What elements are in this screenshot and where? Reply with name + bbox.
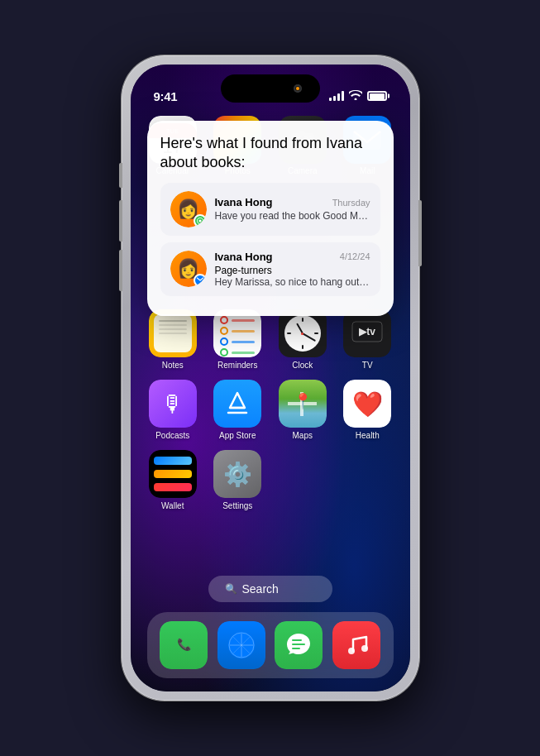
wifi-icon bbox=[349, 89, 362, 103]
safari-icon[interactable] bbox=[217, 621, 265, 669]
signal-icon bbox=[329, 91, 344, 101]
health-icon[interactable]: ❤️ bbox=[343, 380, 391, 428]
volume-up-button[interactable] bbox=[119, 200, 122, 242]
battery-icon bbox=[367, 91, 387, 101]
app-notes[interactable]: Notes bbox=[145, 309, 201, 370]
phone-screen: 9:41 Here's what I f bbox=[131, 65, 410, 691]
reminders-label: Reminders bbox=[217, 361, 257, 370]
svg-point-19 bbox=[348, 648, 355, 654]
sender-name-2: Ivana Hong bbox=[215, 251, 273, 263]
app-grid: Notes bbox=[131, 304, 410, 515]
avatar-2: 👩 bbox=[170, 251, 207, 287]
phone-frame: 9:41 Here's what I f bbox=[122, 55, 419, 701]
app-settings[interactable]: ⚙️ Settings bbox=[209, 450, 265, 510]
sender-name-1: Ivana Hong bbox=[215, 196, 273, 208]
message-content-1: Ivana Hong Thursday Have you read the bo… bbox=[215, 196, 370, 222]
status-time: 9:41 bbox=[154, 89, 178, 103]
tv-icon[interactable]: ▶tv bbox=[343, 309, 391, 357]
message-content-2: Ivana Hong 4/12/24 Page-turners Hey Mari… bbox=[215, 251, 370, 288]
search-label: Search bbox=[242, 582, 279, 596]
health-label: Health bbox=[356, 431, 380, 440]
appstore-icon[interactable] bbox=[213, 380, 261, 428]
wallet-label: Wallet bbox=[161, 501, 184, 510]
maps-label: Maps bbox=[293, 431, 313, 440]
dynamic-island bbox=[221, 74, 320, 103]
search-icon: 🔍 bbox=[225, 583, 237, 595]
search-bar[interactable]: 🔍 Search bbox=[208, 576, 332, 602]
clock-icon[interactable] bbox=[279, 309, 327, 357]
health-heart-icon: ❤️ bbox=[352, 390, 383, 419]
siri-message-1[interactable]: 👩 Ivana Hong Thursday Have you read the … bbox=[160, 183, 380, 236]
podcasts-icon[interactable]: 🎙 bbox=[149, 380, 197, 428]
power-button[interactable] bbox=[418, 200, 422, 266]
dock-phone[interactable]: 📞 bbox=[155, 621, 212, 669]
clock-label: Clock bbox=[292, 361, 313, 370]
camera-indicator bbox=[294, 84, 302, 93]
dock-music[interactable] bbox=[328, 621, 385, 669]
siri-title: Here's what I found from Ivanaabout book… bbox=[160, 134, 380, 173]
app-tv[interactable]: ▶tv TV bbox=[339, 309, 395, 370]
appstore-label: App Store bbox=[219, 431, 256, 440]
app-appstore[interactable]: App Store bbox=[209, 380, 265, 440]
app-empty-2 bbox=[339, 450, 395, 498]
dock: 📞 bbox=[147, 612, 394, 678]
app-clock[interactable]: Clock bbox=[275, 309, 331, 370]
siri-message-2[interactable]: 👩 Ivana Hong 4/12/24 Page-turners Hey Ma… bbox=[160, 242, 380, 296]
message-preview-2: Hey Marissa, so nice to hang out t… bbox=[215, 276, 370, 288]
message-preview-1: Have you read the book Good Material yet… bbox=[215, 210, 370, 222]
maps-icon[interactable]: 📍 bbox=[279, 380, 327, 428]
app-reminders[interactable]: Reminders bbox=[209, 309, 265, 370]
wallet-icon[interactable] bbox=[149, 450, 197, 498]
app-row-2: 🎙 Podcasts App Store bbox=[141, 375, 400, 445]
podcasts-label: Podcasts bbox=[155, 431, 189, 440]
status-icons bbox=[329, 89, 387, 103]
message-date-2: 4/12/24 bbox=[340, 251, 370, 261]
volume-down-button[interactable] bbox=[119, 250, 122, 291]
gear-icon: ⚙️ bbox=[223, 461, 252, 488]
mail-badge bbox=[194, 274, 207, 287]
notes-icon[interactable] bbox=[149, 309, 197, 357]
svg-text:📞: 📞 bbox=[177, 638, 192, 652]
message-subject-2: Page-turners bbox=[215, 265, 370, 276]
dock-messages[interactable] bbox=[270, 621, 327, 669]
settings-icon[interactable]: ⚙️ bbox=[213, 450, 261, 498]
music-icon[interactable] bbox=[332, 621, 380, 669]
app-maps[interactable]: 📍 Maps bbox=[275, 380, 331, 440]
app-podcasts[interactable]: 🎙 Podcasts bbox=[145, 380, 201, 440]
reminders-icon[interactable] bbox=[213, 309, 261, 357]
app-health[interactable]: ❤️ Health bbox=[339, 380, 395, 440]
avatar-1: 👩 bbox=[170, 191, 207, 227]
svg-text:▶tv: ▶tv bbox=[359, 326, 375, 337]
svg-point-20 bbox=[361, 645, 368, 652]
dock-safari[interactable] bbox=[213, 621, 270, 669]
messages-badge bbox=[194, 214, 207, 227]
siri-card: Here's what I found from Ivanaabout book… bbox=[147, 121, 394, 316]
message-date-1: Thursday bbox=[332, 198, 370, 208]
settings-label: Settings bbox=[222, 501, 252, 510]
tv-label: TV bbox=[362, 361, 373, 370]
app-row-3: Wallet ⚙️ Settings bbox=[141, 445, 400, 515]
notes-label: Notes bbox=[162, 361, 184, 370]
svg-point-0 bbox=[198, 219, 201, 222]
app-wallet[interactable]: Wallet bbox=[145, 450, 201, 510]
phone-icon[interactable]: 📞 bbox=[160, 621, 208, 669]
messages-icon[interactable] bbox=[275, 621, 323, 669]
mute-button[interactable] bbox=[119, 163, 122, 188]
app-empty-1 bbox=[275, 450, 331, 498]
